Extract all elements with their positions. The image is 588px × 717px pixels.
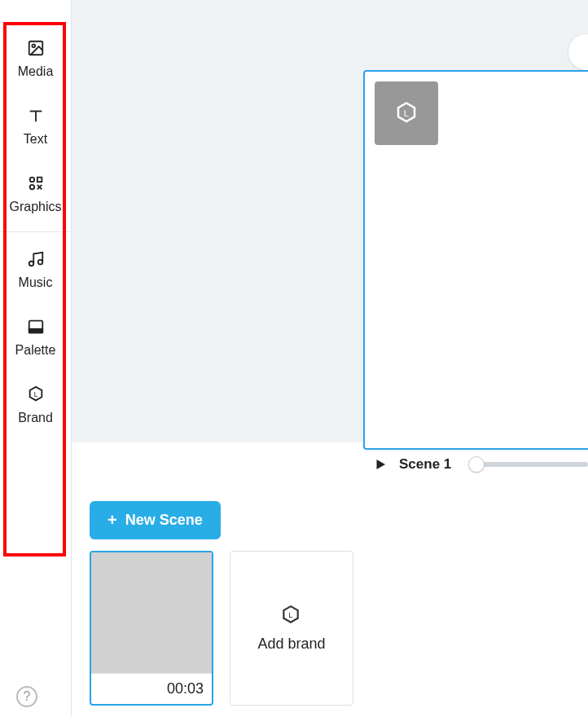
brand-icon: L [25, 384, 46, 405]
svg-rect-8 [29, 329, 42, 333]
scene-thumbnails: 00:03 L Add brand [90, 551, 570, 706]
palette-icon [25, 316, 46, 337]
sidebar-item-brand[interactable]: L Brand [0, 371, 71, 438]
new-scene-button[interactable]: + New Scene [90, 501, 221, 539]
sidebar-group-top: Media Text Graphics [0, 0, 71, 228]
svg-point-1 [32, 44, 35, 47]
brand-element[interactable]: L [375, 81, 438, 145]
music-icon [25, 249, 46, 270]
scene-duration: 00:03 [91, 674, 212, 704]
svg-point-6 [37, 259, 42, 264]
main: L Scene 1 + New Scene 00 [72, 0, 588, 717]
sidebar-item-label: Music [19, 275, 53, 290]
help-row: ? [0, 676, 71, 717]
slider-thumb[interactable] [468, 456, 485, 473]
svg-rect-3 [37, 178, 42, 183]
sidebar-item-label: Palette [15, 342, 56, 358]
bottom-panel: + New Scene 00:03 L Add brand [72, 442, 588, 717]
scene-label: Scene 1 [399, 456, 451, 473]
svg-point-2 [29, 178, 34, 183]
sidebar-group-bottom: Music Palette L Brand [0, 235, 71, 439]
add-brand-card[interactable]: L Add brand [230, 551, 353, 706]
playbar: Scene 1 [373, 452, 588, 477]
canvas[interactable]: L [363, 70, 588, 450]
svg-text:L: L [288, 610, 293, 619]
svg-point-4 [29, 185, 34, 190]
add-brand-label: Add brand [257, 636, 325, 653]
timeline-slider[interactable] [469, 462, 588, 467]
sidebar-item-graphics[interactable]: Graphics [0, 160, 71, 227]
sidebar-item-label: Text [24, 131, 47, 147]
sidebar-item-text[interactable]: Text [0, 92, 71, 160]
brand-hex-icon: L [280, 605, 303, 627]
scene-thumbnail-1[interactable]: 00:03 [90, 551, 213, 706]
graphics-icon [25, 173, 46, 194]
canvas-area: L Scene 1 [72, 0, 588, 442]
help-button[interactable]: ? [16, 686, 37, 707]
svg-text:L: L [404, 108, 409, 118]
play-icon [373, 457, 388, 472]
sidebar-item-palette[interactable]: Palette [0, 303, 71, 371]
sidebar: Media Text Graphics Music [0, 0, 72, 717]
sidebar-item-label: Brand [18, 410, 53, 425]
text-icon [25, 105, 46, 126]
play-button[interactable] [373, 457, 388, 472]
help-icon: ? [24, 689, 31, 704]
svg-text:L: L [33, 391, 37, 398]
new-scene-label: New Scene [125, 512, 203, 529]
brand-hex-icon: L [394, 101, 419, 125]
sidebar-item-media[interactable]: Media [0, 24, 71, 92]
media-icon [25, 37, 46, 59]
sidebar-item-music[interactable]: Music [0, 235, 71, 303]
sidebar-divider [0, 231, 71, 232]
sidebar-item-label: Graphics [9, 199, 61, 214]
plus-icon: + [108, 511, 117, 530]
sidebar-item-label: Media [18, 64, 54, 79]
svg-point-5 [29, 261, 33, 266]
scene-preview [91, 552, 212, 674]
